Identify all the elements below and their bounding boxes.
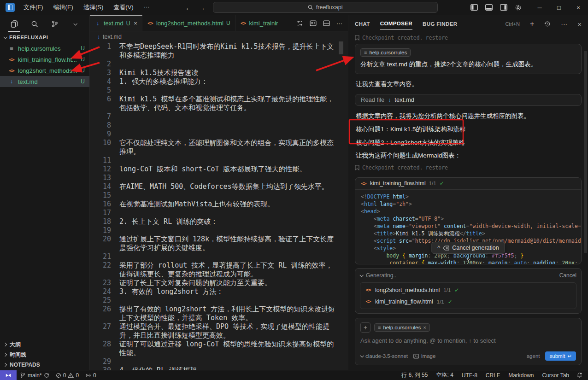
line-text[interactable]: [119, 174, 337, 182]
forward-icon[interactable]: →: [199, 4, 206, 12]
new-composer-icon[interactable]: +: [530, 20, 534, 28]
line-text[interactable]: [119, 121, 337, 130]
toggle-panel-icon[interactable]: [485, 4, 493, 11]
file-item-text-md[interactable]: ↓text.mdU: [0, 76, 89, 87]
tab-kimi-training[interactable]: <> kimi_trainir: [235, 15, 294, 31]
compare-changes-icon[interactable]: [296, 20, 303, 27]
line-text[interactable]: [119, 86, 337, 95]
code-card-header[interactable]: <> kimi_training_flow.html 1/1 ✓: [355, 178, 581, 190]
problems-item[interactable]: 0 0: [53, 370, 82, 380]
composer-input-placeholder[interactable]: Ask agent to do anything, @ to mention, …: [360, 337, 576, 344]
line-text[interactable]: 4. 优化的 RL 训练框架: [119, 366, 337, 370]
line-text[interactable]: [119, 130, 337, 139]
status-item-4[interactable]: Markdown: [504, 370, 538, 380]
toggle-secondary-sidebar-icon[interactable]: [500, 4, 507, 11]
line-text[interactable]: 在AIME、MATH 500、Codeforces等数据集上均达到了领先水平。: [119, 182, 337, 191]
menu-item-3[interactable]: 查看(V): [109, 1, 137, 13]
notifications-item[interactable]: [573, 370, 588, 380]
maximize-button[interactable]: □: [549, 0, 569, 15]
line-text[interactable]: 证明了可以通过迁移 long-CoT 模型的思维先验知识来提高短模型的性能。: [119, 340, 337, 357]
chat-scrollbar[interactable]: [584, 51, 587, 253]
line-text[interactable]: 1. 强大的多模态推理能力：: [119, 77, 337, 86]
split-editor-icon[interactable]: [323, 20, 330, 27]
line-text[interactable]: [119, 296, 337, 305]
line-text[interactable]: [119, 156, 337, 165]
expand-chevron-icon[interactable]: [467, 255, 470, 262]
status-item-1[interactable]: 空格: 4: [432, 370, 457, 380]
cancel-generation-button[interactable]: ^ Cancel generation: [431, 242, 505, 254]
chevron-down-icon[interactable]: [359, 273, 363, 277]
line-text[interactable]: [119, 226, 337, 235]
menu-item-4[interactable]: ···: [140, 1, 154, 13]
line-text[interactable]: [119, 209, 337, 217]
file-item-kimi-training-flow-ht-[interactable]: <>kimi_training_flow.ht...U: [0, 54, 89, 65]
sidebar-section-1[interactable]: 时间线: [0, 350, 89, 360]
menu-item-2[interactable]: 选择(S): [79, 1, 107, 13]
tab-text-md[interactable]: ↓ text.md U ×: [90, 15, 142, 31]
line-text[interactable]: 通过模型合并、最短拒绝采样、DPO 等技术，实现了短模型的性能提升，并且比直接训…: [119, 322, 337, 340]
line-text[interactable]: 在视觉基准测试如MathVista上也有较强的表现。: [119, 200, 337, 209]
line-text[interactable]: 采用了部分 rollout 技术，显著提高了长上下文 RL 训练的效率，使得训练…: [119, 261, 337, 279]
add-context-button[interactable]: +: [360, 322, 370, 333]
restore-link[interactable]: restore: [426, 164, 448, 171]
minimize-button[interactable]: ─: [530, 0, 549, 15]
restore-link[interactable]: restore: [426, 35, 448, 41]
read-file-card[interactable]: Read file ↓ text.md: [355, 94, 582, 106]
git-branch-item[interactable]: main*: [17, 370, 53, 380]
menu-item-1[interactable]: 编辑(E): [49, 1, 77, 13]
close-button[interactable]: ×: [569, 0, 588, 15]
line-text[interactable]: [119, 60, 337, 69]
views-chevron-down-icon[interactable]: [67, 17, 83, 31]
context-pill[interactable]: ≡ help.cursorrules ×: [374, 323, 430, 332]
toggle-primary-sidebar-icon[interactable]: [470, 4, 478, 11]
tab-long2short-methods[interactable]: <> long2short_methods.html U: [142, 15, 235, 31]
line-text[interactable]: 2. 长上下文 RL 训练的突破：: [119, 217, 337, 226]
tab-chat[interactable]: CHAT: [355, 18, 370, 30]
line-text[interactable]: [119, 252, 337, 261]
tab-bug-finder[interactable]: BUG FINDER: [423, 18, 458, 30]
status-item-2[interactable]: UTF-8: [458, 370, 482, 380]
line-text[interactable]: 不幸与DeepSeek-R1同时发布的Kimi k1.5技术报告，提升长上下文和…: [119, 42, 337, 60]
file-item-help-cursorrules[interactable]: ≡help.cursorrulesU: [0, 43, 89, 54]
remove-context-icon[interactable]: ×: [423, 325, 426, 330]
explorer-copy-icon[interactable]: [6, 17, 22, 31]
ports-item[interactable]: 0: [82, 370, 100, 380]
line-text[interactable]: 3. 有效的 long2short 方法：: [119, 287, 337, 296]
line-text[interactable]: 通过扩展上下文窗口到 128k，模型性能持续提高，验证了上下文长度是强化学习扩展…: [119, 235, 337, 252]
line-text[interactable]: long-CoT 版本和 short-CoT 版本都展现了强大的性能。: [119, 165, 337, 174]
generating-file-row[interactable]: <>long2short_methods.html1/1✓: [360, 284, 576, 296]
source-control-icon[interactable]: [47, 17, 63, 31]
status-item-0[interactable]: 行 6, 列 55: [397, 370, 432, 380]
menu-item-0[interactable]: 文件(F): [19, 1, 47, 13]
generating-file-row[interactable]: <>kimi_training_flow.html1/1✓: [360, 296, 576, 307]
settings-gear-icon[interactable]: [515, 4, 522, 11]
cancel-link[interactable]: Cancel: [559, 272, 576, 279]
image-button[interactable]: image: [413, 353, 435, 359]
status-item-3[interactable]: CRLF: [482, 370, 504, 380]
sidebar-section-2[interactable]: NOTEPADS: [0, 360, 89, 370]
model-selector[interactable]: claude-3.5-sonnet: [360, 353, 408, 359]
more-actions-icon[interactable]: ···: [336, 20, 342, 27]
breadcrumb[interactable]: ↓ text.md: [90, 31, 348, 42]
search-view-icon[interactable]: [27, 17, 42, 31]
command-center-search[interactable]: freefluxapi: [213, 2, 438, 13]
line-text[interactable]: [119, 191, 337, 200]
project-header[interactable]: FREEFLUXAPI: [0, 33, 89, 43]
line-text[interactable]: 证明了长上下文对复杂问题的解决能力至关重要。: [119, 279, 337, 287]
back-icon[interactable]: ←: [185, 4, 192, 12]
editor-scrollbar[interactable]: [339, 41, 343, 54]
more-icon[interactable]: ···: [561, 20, 567, 28]
remote-indicator[interactable]: [0, 370, 17, 380]
file-item-long2short-methods-[interactable]: <>long2short_methods....U: [0, 65, 89, 76]
markdown-preview-icon[interactable]: [310, 20, 317, 27]
editor-content[interactable]: 1不幸与DeepSeek-R1同时发布的Kimi k1.5技术报告，提升长上下文…: [90, 42, 348, 370]
context-pill[interactable]: ≡ help.cursorrules: [360, 48, 411, 57]
user-message-card[interactable]: ≡ help.cursorrules 分析文章 text.md 的重点，挑选2个…: [355, 44, 582, 74]
line-text[interactable]: Kimi k1.5 模型在多个基准测试和模态上实现了最先进的推理性能，包括数学、…: [119, 95, 337, 112]
line-text[interactable]: [119, 357, 337, 366]
line-text[interactable]: [119, 112, 337, 121]
sidebar-section-0[interactable]: 大纲: [0, 339, 89, 350]
tab-close-icon[interactable]: ×: [134, 20, 137, 27]
close-panel-icon[interactable]: ×: [577, 20, 582, 28]
line-text[interactable]: Kimi k1.5技术报告速读: [119, 69, 337, 77]
